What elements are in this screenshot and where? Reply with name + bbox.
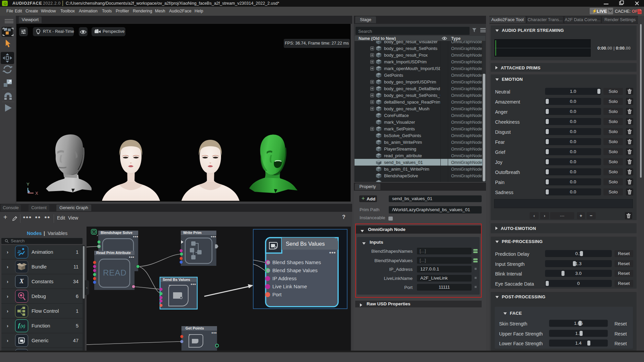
svg-text:Blend Shapes Names: Blend Shapes Names	[272, 259, 321, 265]
svg-text:Port: Port	[272, 292, 282, 297]
svg-text:X: X	[35, 191, 38, 196]
svg-text:Read Prim Attribute: Read Prim Attribute	[96, 251, 131, 255]
svg-text:Blend Shape Values: Blend Shape Values	[272, 267, 318, 273]
svg-text:READ: READ	[103, 268, 127, 277]
svg-text:●●●: ●●●	[211, 331, 217, 335]
svg-text:●●●: ●●●	[329, 250, 336, 254]
svg-text:Write Prim: Write Prim	[183, 231, 202, 235]
svg-text:IP Address: IP Address	[272, 276, 297, 281]
svg-text:Y: Y	[26, 182, 30, 187]
svg-text:Blendshape Solve: Blendshape Solve	[101, 231, 132, 235]
svg-text:Send Bs Values: Send Bs Values	[286, 241, 325, 247]
svg-text:Get Points: Get Points	[185, 326, 204, 330]
svg-text:●●●: ●●●	[211, 235, 216, 238]
svg-text:●●●: ●●●	[129, 255, 134, 259]
svg-text:Send Bs Values: Send Bs Values	[163, 278, 190, 282]
svg-text:Live Link Name: Live Link Name	[272, 284, 307, 289]
svg-text:●●●: ●●●	[191, 283, 196, 286]
svg-text:●●●: ●●●	[133, 235, 138, 238]
